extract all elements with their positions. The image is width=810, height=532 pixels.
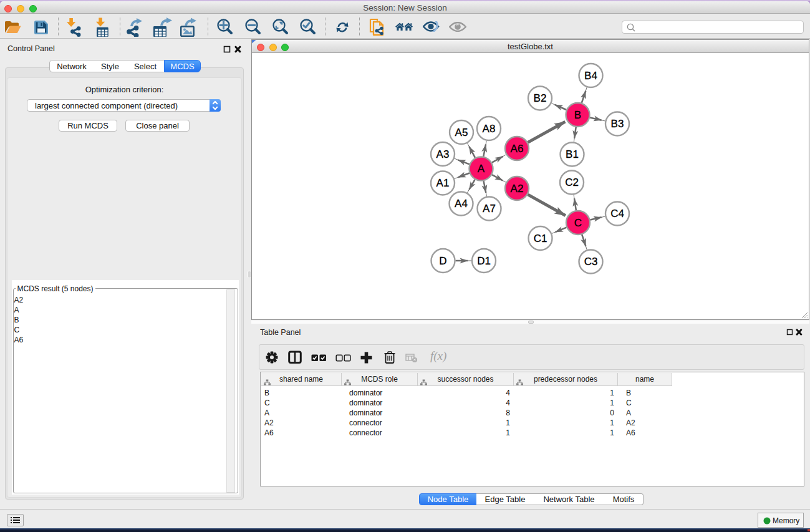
svg-text:B4: B4 xyxy=(584,70,597,82)
svg-text:A5: A5 xyxy=(455,127,468,138)
svg-text:A2: A2 xyxy=(511,183,524,195)
svg-text:B: B xyxy=(574,109,581,121)
svg-text:A6: A6 xyxy=(511,143,524,155)
svg-text:B2: B2 xyxy=(534,92,547,104)
svg-text:B1: B1 xyxy=(566,148,579,160)
svg-text:A: A xyxy=(478,163,485,175)
svg-text:C: C xyxy=(574,217,582,229)
svg-text:C1: C1 xyxy=(534,233,547,244)
svg-text:A3: A3 xyxy=(436,148,450,160)
svg-text:A4: A4 xyxy=(455,198,468,210)
svg-text:C2: C2 xyxy=(565,177,579,188)
svg-text:C4: C4 xyxy=(610,208,624,220)
svg-text:A1: A1 xyxy=(436,177,450,189)
svg-text:D: D xyxy=(439,255,446,267)
svg-text:B3: B3 xyxy=(611,118,624,130)
svg-text:A7: A7 xyxy=(483,203,496,215)
svg-text:C3: C3 xyxy=(584,256,598,268)
svg-text:D1: D1 xyxy=(477,255,491,267)
svg-text:A8: A8 xyxy=(483,123,496,135)
